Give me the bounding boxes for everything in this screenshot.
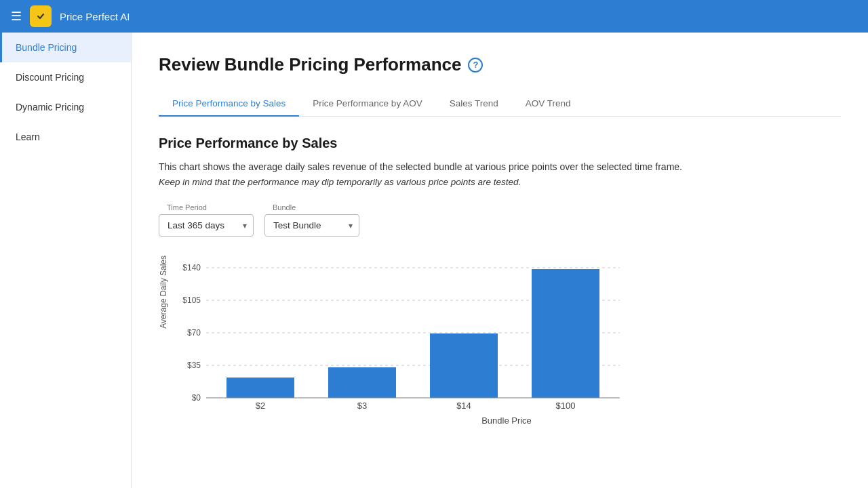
time-period-select-wrapper: Last 365 days Last 90 days Last 30 days [159,214,254,237]
svg-text:$14: $14 [456,401,471,411]
time-period-label: Time Period [159,203,254,211]
svg-text:$2: $2 [256,401,265,411]
main-content: Review Bundle Pricing Performance ? Pric… [132,33,868,488]
bar-chart: $0 $35 $70 $105 $140 $2 $3 $14 [172,256,633,411]
help-icon[interactable]: ? [468,58,483,73]
sidebar-item-learn[interactable]: Learn [0,122,131,152]
main-layout: Bundle Pricing Discount Pricing Dynamic … [0,33,868,488]
bar-2 [226,378,294,398]
svg-text:$70: $70 [187,328,201,338]
bundle-select[interactable]: Test Bundle [264,214,359,237]
sidebar-item-bundle-pricing[interactable]: Bundle Pricing [0,33,131,62]
time-period-filter: Time Period Last 365 days Last 90 days L… [159,203,254,237]
bundle-select-wrapper: Test Bundle [264,214,359,237]
bar-14 [430,333,498,398]
tab-price-performance-by-sales[interactable]: Price Performance by Sales [159,92,299,117]
tab-aov-trend[interactable]: AOV Trend [512,92,585,117]
app-header: ☰ Price Perfect AI [0,0,868,33]
tab-sales-trend[interactable]: Sales Trend [436,92,512,117]
svg-text:$105: $105 [182,296,201,305]
chart-area: Average Daily Sales $0 $35 $70 $105 [159,256,841,426]
bundle-filter: Bundle Test Bundle [264,203,359,237]
chart-inner: $0 $35 $70 $105 $140 $2 $3 $14 [172,256,841,426]
page-title-group: Review Bundle Pricing Performance ? [159,54,841,75]
bundle-label: Bundle [264,203,359,211]
chart-note: Keep in mind that the performance may di… [159,177,841,187]
y-axis-label: Average Daily Sales [159,256,168,329]
section-title: Price Performance by Sales [159,136,841,151]
sidebar-item-discount-pricing[interactable]: Discount Pricing [0,62,131,92]
svg-text:$0: $0 [192,393,201,403]
menu-icon[interactable]: ☰ [11,9,22,24]
svg-text:$100: $100 [556,401,576,411]
logo-icon [30,5,52,27]
svg-text:$35: $35 [187,361,201,370]
bar-3 [328,367,396,398]
sidebar-item-dynamic-pricing[interactable]: Dynamic Pricing [0,92,131,122]
svg-text:$3: $3 [357,401,367,411]
svg-text:$140: $140 [182,263,201,272]
page-title: Review Bundle Pricing Performance [159,54,461,75]
time-period-select[interactable]: Last 365 days Last 90 days Last 30 days [159,214,254,237]
chart-description: This chart shows the average daily sales… [159,159,841,174]
tab-price-performance-by-aov[interactable]: Price Performance by AOV [299,92,435,117]
tab-bar: Price Performance by Sales Price Perform… [159,92,841,117]
x-axis-label: Bundle Price [172,415,841,426]
filter-row: Time Period Last 365 days Last 90 days L… [159,203,841,237]
svg-point-0 [35,10,47,22]
bar-100 [532,269,599,398]
sidebar: Bundle Pricing Discount Pricing Dynamic … [0,33,132,488]
app-title: Price Perfect AI [60,11,130,22]
